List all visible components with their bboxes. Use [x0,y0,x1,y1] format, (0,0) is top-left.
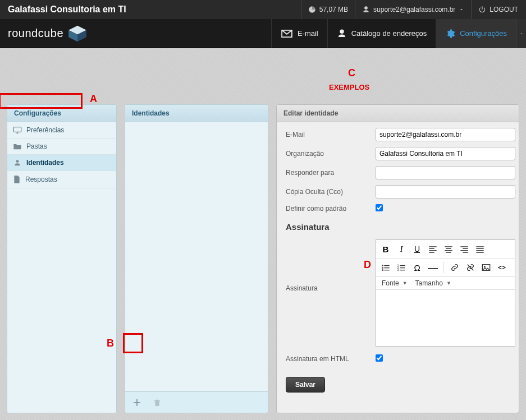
editor-toolbar-row3: Fonte ▼ Tamanho ▼ [376,277,515,290]
ed-underline[interactable]: U [410,242,424,256]
logo-text: roundcube [8,27,63,40]
ed-align-justify[interactable] [473,242,487,256]
ed-align-right[interactable] [457,242,472,256]
ed-hr[interactable]: — [426,261,440,274]
identities-header: Identidades [125,105,268,122]
editor-toolbar-row1: B I U [376,240,515,259]
delete-identity-button[interactable] [150,395,164,410]
svg-point-7 [382,269,383,271]
input-email[interactable] [376,128,515,141]
topbar: Galafassi Consultoria em TI 57,07 MB sup… [0,0,526,19]
settings-item-identities[interactable]: Identidades [7,155,116,171]
label-signature: Assinatura [286,239,376,292]
settings-item-label: Respostas [25,176,57,183]
ed-size-label: Tamanho [415,279,443,287]
gear-icon [445,29,455,39]
identities-list [125,122,268,391]
annotation-exemplos: EXEMPLOS [329,83,369,91]
nav-contacts[interactable]: Catálogo de endereços [327,19,436,48]
checkbox-default[interactable] [376,204,383,211]
row-bcc: Cópia Oculta (Cco) [286,185,515,199]
nav-email-label: E-mail [298,29,318,38]
row-html-sig: Assinatura em HTML [286,354,515,363]
label-email: E-Mail [286,131,376,139]
settings-item-folders[interactable]: Pastas [7,139,116,155]
ed-align-center[interactable] [441,242,456,256]
label-html-sig: Assinatura em HTML [286,355,376,363]
nav-expand[interactable] [516,19,526,48]
ed-italic[interactable]: I [394,242,409,256]
chevron-down-icon: ▼ [446,280,451,286]
settings-item-label: Preferências [26,126,64,134]
logout-button[interactable]: LOGOUT [478,6,518,13]
ed-align-left[interactable] [426,242,440,256]
chevron-down-icon [459,7,464,12]
ed-image[interactable] [479,261,493,274]
ed-source[interactable]: <> [495,261,509,274]
settings-item-preferences[interactable]: Preferências [7,122,116,139]
annotation-label-c: C [348,67,355,79]
storage-indicator[interactable]: 57,07 MB [308,6,348,13]
ed-special-char[interactable]: Ω [410,261,424,274]
nav-email[interactable]: E-mail [271,19,327,48]
link-icon [450,263,459,272]
mail-icon [281,29,293,38]
ed-list-bullet[interactable] [378,261,393,274]
settings-item-label: Pastas [26,142,47,150]
list-number-icon: 123 [397,264,406,271]
identities-footer [125,391,268,413]
save-button[interactable]: Salvar [286,377,325,393]
input-bcc[interactable] [376,185,515,199]
settings-item-responses[interactable]: Respostas [7,171,116,188]
align-right-icon [460,245,469,253]
file-icon [13,175,21,184]
add-identity-button[interactable] [130,395,144,410]
nav-settings-label: Configurações [460,29,507,38]
svg-point-5 [382,265,383,266]
image-icon [482,264,491,271]
row-reply: Responder para [286,166,515,179]
trash-icon [153,398,162,408]
svg-rect-3 [13,127,21,132]
input-reply[interactable] [376,166,515,179]
navbar: roundcube E-mail Catálogo de endereços C… [0,19,526,48]
pie-icon [308,6,316,13]
list-bullet-icon [381,264,390,271]
identities-panel: Identidades [125,104,268,413]
annotation-label-a: A [90,93,97,105]
user-menu[interactable]: suporte2@galafassi.com.br [362,6,464,13]
editor-toolbar-row2: 123 Ω — <> [376,259,515,277]
settings-header: Configurações [7,105,116,122]
ed-link[interactable] [447,261,462,274]
settings-list: Preferências Pastas Identidades Resposta… [7,122,116,413]
row-signature: Assinatura B I U [286,239,515,347]
edit-identity-panel: Editar identidade E-Mail Organização Res… [276,104,519,413]
checkbox-html-sig[interactable] [376,354,383,362]
svg-text:3: 3 [397,269,399,271]
input-org[interactable] [376,147,515,160]
logo[interactable]: roundcube [8,25,88,43]
ed-bold[interactable]: B [378,242,393,256]
align-justify-icon [475,245,484,253]
nav-settings[interactable]: Configurações [436,19,516,48]
ed-font-select[interactable]: Fonte ▼ [378,279,411,287]
ed-unlink[interactable] [463,261,478,274]
row-default: Definir como padrão [286,204,515,213]
label-bcc: Cópia Oculta (Cco) [286,188,376,196]
signature-textarea[interactable] [376,290,515,346]
user-icon [362,6,370,13]
ed-list-number[interactable]: 123 [394,261,409,274]
svg-point-6 [382,267,383,269]
user-email: suporte2@galafassi.com.br [373,6,455,13]
row-email: E-Mail [286,128,515,141]
logout-label: LOGOUT [490,6,518,13]
contacts-icon [337,29,347,39]
signature-editor: B I U 123 Ω — [376,239,515,347]
svg-point-12 [484,266,486,267]
unlink-icon [466,263,475,272]
ed-size-select[interactable]: Tamanho ▼ [412,279,455,287]
power-icon [478,6,486,13]
logo-cube-icon [67,25,88,43]
settings-panel: Configurações Preferências Pastas Identi… [7,104,117,413]
label-reply: Responder para [286,169,376,177]
